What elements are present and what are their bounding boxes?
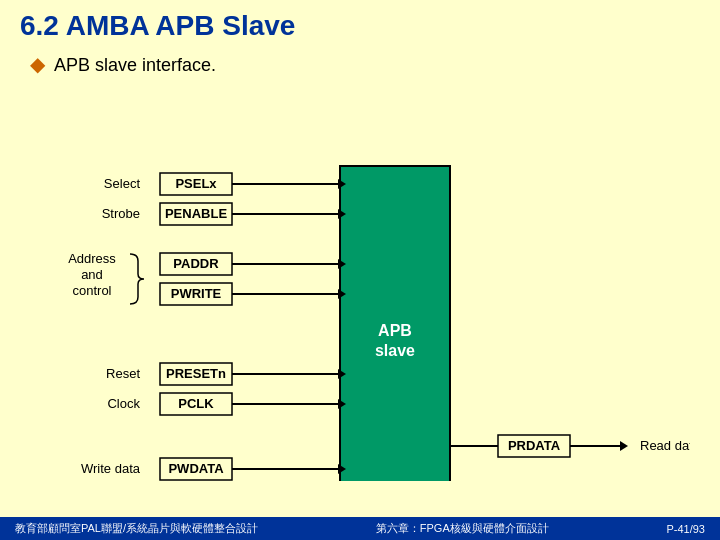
presetn-label: PRESETn [166, 366, 226, 381]
diagram: APB slave PSELx Select PENABLE Strobe PA… [30, 91, 690, 481]
content-area: ◆ APB slave interface. APB slave PSELx S… [0, 47, 720, 481]
subtitle: ◆ APB slave interface. [30, 52, 690, 76]
penable-label: PENABLE [165, 206, 227, 221]
writedata-label: Write data [81, 461, 141, 476]
footer-center: 第六章：FPGA核級與硬體介面設計 [376, 521, 549, 536]
brace-path [130, 254, 144, 304]
clock-label: Clock [107, 396, 140, 411]
prdata-arrowhead [620, 441, 628, 451]
pclk-label: PCLK [178, 396, 214, 411]
address-label-3: control [72, 283, 111, 298]
apb-label2: slave [375, 342, 415, 359]
apb-label: APB [378, 322, 412, 339]
subtitle-text: APB slave interface. [54, 55, 216, 75]
select-label: Select [104, 176, 141, 191]
reset-label: Reset [106, 366, 140, 381]
pselx-label: PSELx [175, 176, 217, 191]
header: 6.2 AMBA APB Slave [0, 0, 720, 47]
footer-right: P-41/93 [666, 523, 705, 535]
address-label-2: and [81, 267, 103, 282]
footer: 教育部顧問室PAL聯盟/系統晶片與軟硬體整合設計 第六章：FPGA核級與硬體介面… [0, 517, 720, 540]
page-title: 6.2 AMBA APB Slave [20, 10, 700, 42]
paddr-label: PADDR [173, 256, 219, 271]
prdata-label: PRDATA [508, 438, 561, 453]
readdata-label: Read data [640, 438, 690, 453]
diagram-svg: APB slave PSELx Select PENABLE Strobe PA… [30, 91, 690, 481]
strobe-label: Strobe [102, 206, 140, 221]
bullet-icon: ◆ [30, 53, 45, 75]
pwdata-label: PWDATA [168, 461, 224, 476]
address-label-1: Address [68, 251, 116, 266]
footer-left: 教育部顧問室PAL聯盟/系統晶片與軟硬體整合設計 [15, 521, 258, 536]
pwrite-label: PWRITE [171, 286, 222, 301]
